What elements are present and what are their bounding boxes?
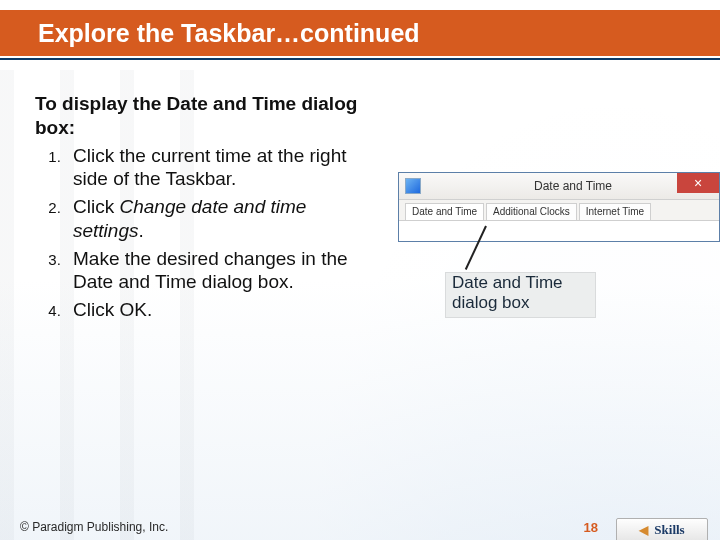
figure-column: Date and Time × Date and Time Additional… xyxy=(370,92,700,500)
title-underline xyxy=(0,58,720,60)
date-time-dialog-screenshot: Date and Time × Date and Time Additional… xyxy=(398,172,720,242)
dialog-tabs: Date and Time Additional Clocks Internet… xyxy=(399,200,719,221)
intro-text: To display the Date and Time dialog box: xyxy=(35,92,370,140)
dialog-titlebar: Date and Time × xyxy=(399,173,719,200)
copyright-text: © Paradigm Publishing, Inc. xyxy=(20,520,168,534)
dialog-body-strip xyxy=(399,221,719,241)
step-2: Click Change date and time settings. xyxy=(65,195,370,243)
tab-date-and-time: Date and Time xyxy=(405,203,484,220)
step-3: Make the desired changes in the Date and… xyxy=(65,247,370,295)
step-4: Click OK. xyxy=(65,298,370,322)
title-bar: Explore the Taskbar…continued xyxy=(0,10,720,60)
tab-additional-clocks: Additional Clocks xyxy=(486,203,577,220)
skills-button[interactable]: ◀ Skills xyxy=(616,518,708,540)
skills-label: Skills xyxy=(654,522,684,538)
dialog-icon xyxy=(405,178,421,194)
tab-internet-time: Internet Time xyxy=(579,203,651,220)
step-1: Click the current time at the right side… xyxy=(65,144,370,192)
steps-list: Click the current time at the right side… xyxy=(35,144,370,322)
instruction-text: To display the Date and Time dialog box:… xyxy=(35,92,370,500)
slide-title: Explore the Taskbar…continued xyxy=(0,19,420,48)
page-number: 18 xyxy=(584,520,598,535)
footer: © Paradigm Publishing, Inc. 18 ◀ Skills xyxy=(20,512,708,540)
dialog-title: Date and Time xyxy=(427,179,719,193)
close-icon: × xyxy=(677,173,719,193)
callout-label: Date and Time dialog box xyxy=(445,272,596,318)
back-arrow-icon: ◀ xyxy=(639,523,648,538)
